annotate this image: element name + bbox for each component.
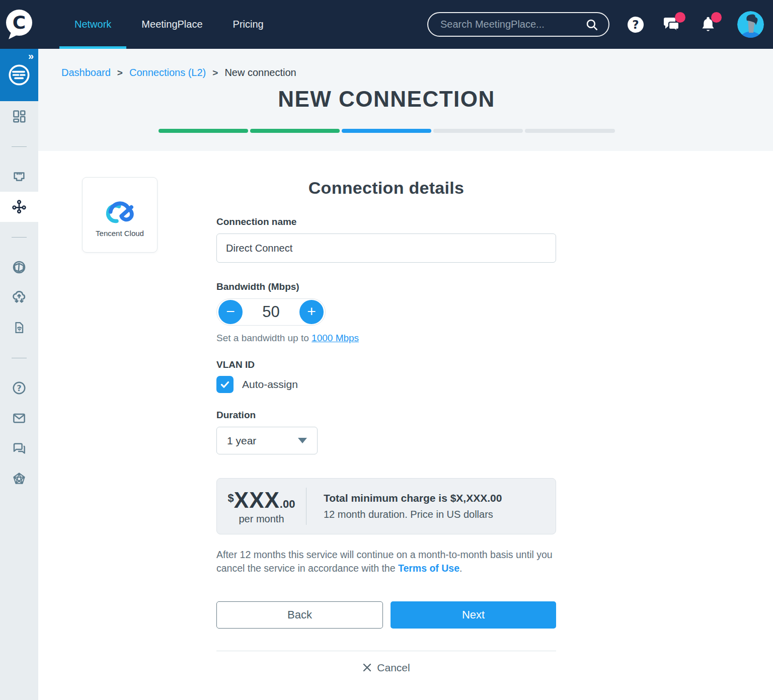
vlan-auto-assign-row: Auto-assign	[216, 376, 556, 393]
duration-select[interactable]: 1 year	[216, 427, 318, 454]
total-charge-line: Total minimum charge is $X,XXX.00	[324, 492, 502, 504]
form-actions: Back Next	[216, 601, 556, 629]
page-header-band: Dashboard > Connections (L2) > New conne…	[38, 49, 773, 151]
duration-value: 1 year	[227, 435, 256, 447]
main-content: Dashboard > Connections (L2) > New conne…	[38, 49, 773, 700]
svg-text:?: ?	[17, 383, 21, 393]
sidebar-item-connections[interactable]	[0, 192, 38, 222]
price-details: Total minimum charge is $X,XXX.00 12 mon…	[306, 492, 502, 520]
auto-assign-checkbox[interactable]	[216, 376, 234, 393]
terms-text: After 12 months this service will contin…	[216, 549, 553, 574]
chevron-right-icon: >	[212, 67, 218, 79]
vlan-label: VLAN ID	[216, 359, 556, 370]
bandwidth-stepper: − 50 +	[216, 298, 326, 326]
bandwidth-helper: Set a bandwidth up to 1000 Mbps	[216, 333, 556, 344]
notifications-badge	[711, 12, 722, 23]
sidebar-item-dashboard[interactable]	[0, 101, 38, 131]
left-sidebar: »	[0, 49, 38, 700]
sidebar-item-cloud-exchange[interactable]	[0, 282, 38, 313]
increase-bandwidth-button[interactable]: +	[299, 300, 324, 324]
ethernet-port-icon	[12, 169, 27, 184]
provider-name: Tencent Cloud	[96, 229, 144, 238]
sidebar-divider	[0, 131, 38, 162]
messages-button[interactable]	[662, 15, 682, 35]
nav-item-meetingplace[interactable]: MeetingPlace	[126, 0, 217, 49]
close-icon	[362, 663, 372, 672]
search-box[interactable]	[427, 12, 609, 37]
progress-segment	[525, 129, 614, 133]
terms-text-end: .	[459, 563, 462, 574]
cancel-button[interactable]: Cancel	[216, 662, 556, 674]
footer-divider	[216, 651, 556, 651]
cancel-label: Cancel	[377, 662, 410, 674]
chevron-right-icon: >	[117, 67, 123, 79]
messages-badge	[675, 12, 685, 23]
connection-form: Connection details Connection name Bandw…	[216, 151, 556, 674]
sidebar-item-help[interactable]: ?	[0, 373, 38, 403]
svg-text:?: ?	[632, 18, 639, 31]
sim-wifi-icon	[12, 321, 26, 335]
sidebar-expand-icon[interactable]: »	[28, 50, 34, 62]
breadcrumb: Dashboard > Connections (L2) > New conne…	[61, 67, 296, 79]
form-heading: Connection details	[216, 151, 556, 198]
connection-name-input[interactable]	[216, 234, 556, 263]
price-summary-box: $XXX.00 per month Total minimum charge i…	[216, 478, 556, 534]
price-amount: XXX	[234, 488, 280, 512]
notifications-button[interactable]	[698, 15, 718, 35]
checkmark-icon	[220, 379, 230, 390]
max-bandwidth-link[interactable]: 1000 Mbps	[312, 333, 359, 343]
back-button[interactable]: Back	[216, 601, 383, 629]
tencent-cloud-logo-icon	[97, 192, 143, 227]
help-circle-icon: ?	[12, 380, 27, 396]
user-avatar[interactable]	[737, 11, 764, 38]
question-mark-icon: ?	[627, 16, 645, 34]
dashboard-grid-icon	[12, 109, 27, 124]
currency-symbol: $	[228, 492, 234, 504]
price-cents: .00	[280, 498, 295, 510]
duration-detail-line: 12 month duration. Price in US dollars	[324, 509, 502, 520]
cloud-transfer-icon	[11, 289, 27, 305]
envelope-icon	[12, 411, 27, 426]
bandwidth-helper-text: Set a bandwidth up to	[216, 333, 312, 343]
search-input[interactable]	[440, 19, 585, 30]
top-navigation-bar: C Network MeetingPlace Pricing ?	[0, 0, 773, 49]
sidebar-item-chat[interactable]	[0, 433, 38, 463]
sidebar-divider	[0, 343, 38, 373]
brand-logo[interactable]: C	[0, 9, 38, 40]
progress-segment	[250, 129, 340, 133]
sidebar-item-mail[interactable]	[0, 403, 38, 433]
network-nodes-icon	[11, 199, 27, 215]
page-title: NEW CONNECTION	[38, 87, 735, 112]
progress-bar	[159, 129, 615, 133]
breadcrumb-connections[interactable]: Connections (L2)	[129, 67, 206, 79]
breadcrumb-dashboard[interactable]: Dashboard	[61, 67, 111, 79]
sidebar-item-internet[interactable]	[0, 252, 38, 282]
duration-label: Duration	[216, 410, 556, 421]
sidebar-divider	[0, 222, 38, 252]
sidebar-item-iot-sim[interactable]	[0, 313, 38, 343]
price-period: per month	[217, 513, 306, 525]
decrease-bandwidth-button[interactable]: −	[218, 300, 243, 324]
terms-paragraph: After 12 months this service will contin…	[216, 548, 556, 576]
search-icon[interactable]	[585, 18, 598, 31]
sidebar-item-marketplace[interactable]	[0, 463, 38, 494]
bandwidth-label: Bandwidth (Mbps)	[216, 281, 556, 292]
nav-item-network[interactable]: Network	[59, 0, 126, 49]
console-globe-icon	[8, 63, 31, 87]
speech-bubble-c-icon: C	[5, 9, 34, 40]
next-button[interactable]: Next	[391, 601, 556, 629]
sidebar-item-ports[interactable]	[0, 162, 38, 192]
svg-text:C: C	[13, 12, 26, 33]
nav-item-pricing[interactable]: Pricing	[218, 0, 279, 49]
progress-segment	[159, 129, 248, 133]
help-button[interactable]: ?	[626, 15, 646, 35]
connection-name-label: Connection name	[216, 216, 556, 227]
auto-assign-label: Auto-assign	[242, 378, 298, 391]
globe-mesh-icon	[12, 260, 27, 275]
progress-segment	[342, 129, 431, 133]
breadcrumb-current: New connection	[224, 67, 296, 79]
terms-of-use-link[interactable]: Terms of Use	[398, 563, 459, 574]
sidebar-product-logo[interactable]: »	[0, 49, 38, 101]
main-nav: Network MeetingPlace Pricing	[59, 0, 279, 49]
avatar-illustration	[737, 11, 764, 38]
